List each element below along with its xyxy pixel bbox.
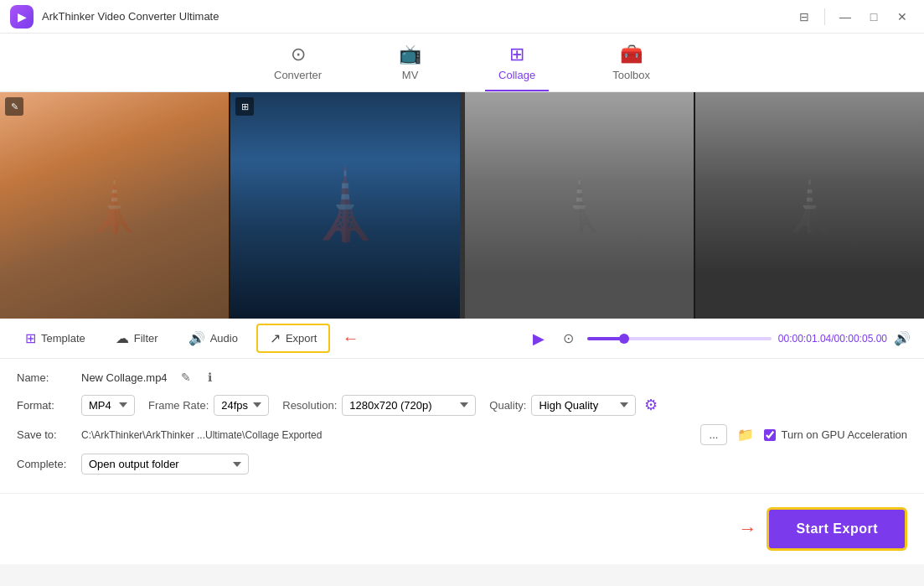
saveto-path: C:\ArkThinker\ArkThinker ...Ultimate\Col… (81, 429, 690, 441)
quality-field: Quality: High Quality Medium Quality Low… (489, 394, 661, 416)
start-export-button[interactable]: Start Export (767, 507, 907, 551)
name-edit-button[interactable]: ✎ (178, 369, 194, 386)
format-group: MP4 MOV AVI Frame Rate: 24fps 30fps 60fp… (81, 394, 661, 416)
mv-icon: 📺 (399, 44, 421, 65)
saveto-row: Save to: C:\ArkThinker\ArkThinker ...Ult… (17, 424, 907, 445)
name-info-button[interactable]: ℹ (204, 369, 215, 386)
app-title: ArkThinker Video Converter Ultimate (42, 10, 792, 23)
preview-image-3[interactable]: 🗼 (465, 92, 694, 319)
tab-collage[interactable]: ⊞ Collage (485, 40, 549, 91)
volume-icon[interactable]: 🔊 (894, 330, 911, 346)
gpu-acceleration-checkbox[interactable] (764, 429, 776, 441)
progress-handle[interactable] (619, 334, 629, 344)
tab-mv[interactable]: 📺 MV (385, 40, 435, 91)
complete-row: Complete: Open output folder Do nothing (17, 454, 907, 475)
tab-bar: ⊙ Converter 📺 MV ⊞ Collage 🧰 Toolbox (0, 34, 924, 92)
filter-label: Filter (134, 332, 158, 345)
framerate-select[interactable]: 24fps 30fps 60fps (214, 395, 269, 416)
title-bar: ▶ ArkThinker Video Converter Ultimate ⊟ … (0, 0, 924, 34)
framerate-field: Frame Rate: 24fps 30fps 60fps (148, 395, 269, 416)
tab-toolbox[interactable]: 🧰 Toolbox (599, 40, 663, 91)
tool-toolbar: ⊞ Template ☁ Filter 🔊 Audio ↗ Export ← ▶… (0, 319, 924, 359)
preview-right: 🗼 🗼 (465, 92, 925, 319)
resolution-field: Resolution: 1280x720 (720p) 1920x1080 (1… (282, 395, 476, 416)
export-arrow-indicator: ← (342, 329, 359, 348)
preview-image-2[interactable]: ⊞ 🗼 (230, 92, 459, 319)
export-label: Export (286, 332, 317, 345)
maximize-button[interactable]: □ (862, 5, 885, 29)
progress-bar[interactable] (587, 337, 772, 340)
stop-button[interactable]: ⊙ (557, 327, 581, 350)
collage-icon: ⊞ (509, 44, 524, 65)
saveto-label: Save to: (17, 428, 71, 441)
minimize-button[interactable]: — (834, 5, 857, 29)
format-label: Format: (17, 399, 71, 412)
quality-select[interactable]: High Quality Medium Quality Low Quality (531, 395, 636, 416)
start-export-arrow: → (738, 518, 756, 540)
export-icon: ↗ (270, 330, 281, 346)
edit-overlay-2: ⊞ (235, 97, 254, 116)
complete-label: Complete: (17, 458, 71, 470)
toolbox-icon: 🧰 (620, 44, 643, 65)
name-row: Name: New Collage.mp4 ✎ ℹ (17, 369, 907, 386)
resolution-label: Resolution: (282, 399, 337, 412)
app-logo: ▶ (10, 5, 34, 29)
filter-icon: ☁ (116, 330, 129, 346)
tab-converter[interactable]: ⊙ Converter (261, 40, 335, 91)
name-value: New Collage.mp4 (81, 371, 168, 384)
quality-label: Quality: (489, 399, 526, 412)
format-select[interactable]: MP4 MOV AVI (81, 395, 135, 416)
template-button[interactable]: ⊞ Template (13, 325, 97, 351)
tab-converter-label: Converter (274, 69, 322, 81)
format-row: Format: MP4 MOV AVI Frame Rate: 24fps 30… (17, 394, 907, 416)
action-row: → Start Export (0, 494, 924, 564)
browse-button[interactable]: ... (700, 424, 728, 445)
audio-label: Audio (210, 332, 238, 345)
converter-icon: ⊙ (291, 44, 306, 65)
filter-button[interactable]: ☁ Filter (104, 325, 170, 351)
template-label: Template (41, 332, 85, 345)
preview-area: ✎ 🗼 ⊞ 🗼 🗼 🗼 (0, 92, 924, 319)
window-controls: ⊟ — □ ✕ (792, 5, 914, 29)
audio-button[interactable]: 🔊 Audio (177, 325, 250, 351)
time-display: 00:00:01.04/00:00:05.00 (778, 333, 887, 345)
menu-button[interactable]: ⊟ (792, 5, 816, 29)
play-button[interactable]: ▶ (527, 327, 550, 350)
export-button[interactable]: ↗ Export (256, 324, 331, 353)
framerate-label: Frame Rate: (148, 399, 209, 412)
template-icon: ⊞ (25, 330, 36, 346)
quality-settings-button[interactable]: ⚙ (641, 394, 661, 416)
gpu-acceleration-label[interactable]: Turn on GPU Acceleration (764, 428, 907, 441)
export-settings-panel: Name: New Collage.mp4 ✎ ℹ Format: MP4 MO… (0, 359, 924, 494)
separator (824, 8, 825, 25)
edit-overlay-1: ✎ (5, 97, 23, 116)
tab-collage-label: Collage (498, 69, 535, 81)
close-button[interactable]: ✕ (890, 5, 914, 29)
preview-image-1[interactable]: ✎ 🗼 (0, 92, 229, 319)
tab-mv-label: MV (402, 69, 419, 81)
preview-image-4[interactable]: 🗼 (695, 92, 924, 319)
complete-action-select[interactable]: Open output folder Do nothing (81, 454, 249, 475)
open-folder-button[interactable]: 📁 (737, 427, 754, 443)
name-label: Name: (17, 371, 71, 384)
preview-left: ✎ 🗼 ⊞ 🗼 (0, 92, 460, 319)
tab-toolbox-label: Toolbox (612, 69, 650, 81)
playback-controls: ▶ ⊙ 00:00:01.04/00:00:05.00 🔊 (527, 327, 911, 350)
audio-icon: 🔊 (188, 330, 205, 346)
resolution-select[interactable]: 1280x720 (720p) 1920x1080 (1080p) 3840x2… (342, 395, 476, 416)
